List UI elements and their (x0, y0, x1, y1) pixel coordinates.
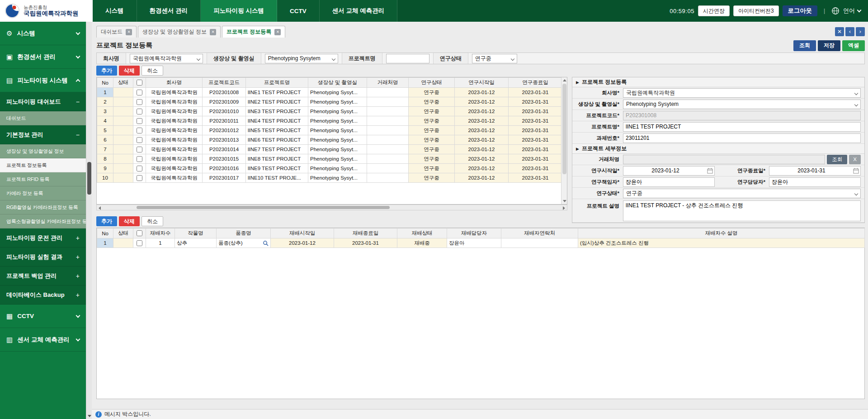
filter-room-select[interactable]: Phenotyping Sysytem (265, 54, 338, 63)
cell-company[interactable]: 국립원예특작과학원 (146, 145, 203, 154)
cell-state[interactable] (113, 88, 133, 97)
cell-start[interactable]: 2023-01-12 (455, 145, 509, 154)
cell-checkbox[interactable] (133, 154, 146, 164)
scroll-down-arrow[interactable] (563, 200, 566, 202)
project-grid-hscrollbar[interactable] (96, 205, 567, 210)
crop-row[interactable]: 1 1 상추 품종(상추) (97, 238, 865, 248)
row-checkbox[interactable] (137, 90, 142, 95)
nav-sensor-replace[interactable]: 센서 교체 예측관리 (320, 0, 398, 22)
language-selector[interactable]: 언어 (843, 7, 861, 15)
cell-checkbox[interactable] (133, 145, 146, 154)
scroll-up-arrow[interactable] (563, 79, 566, 81)
cell-end[interactable]: 2023-01-31 (509, 97, 562, 107)
row-checkbox[interactable] (137, 240, 142, 246)
cell-no[interactable]: 7 (97, 145, 113, 154)
cell-end[interactable]: 2023-01-31 (509, 135, 562, 145)
cell-client[interactable] (367, 164, 409, 173)
cell-room[interactable]: Phenotyping Sysyt... (308, 164, 367, 173)
scroll-down-arrow[interactable] (88, 415, 91, 417)
client-search-button[interactable]: 조회 (827, 155, 847, 164)
extend-time-button[interactable]: 시간연장 (698, 5, 730, 16)
cell-room[interactable]: Phenotyping Sysyt... (308, 154, 367, 164)
cell-no[interactable]: 6 (97, 135, 113, 145)
project-row[interactable]: 7 국립원예특작과학원 P202301014 lINE7 TEST PROJEC… (97, 145, 562, 154)
cell-room[interactable]: Phenotyping Sysyt... (308, 116, 367, 126)
cell-checkbox[interactable] (133, 107, 146, 116)
cell-end[interactable]: 2023-01-31 (509, 173, 562, 183)
project-row[interactable]: 1 국립원예특작과학원 P202301008 lINE1 TEST PROJEC… (97, 88, 562, 97)
cancel-button[interactable]: 취소 (142, 66, 163, 76)
sidebar-item-rfid[interactable]: 프로젝트 RFID 등록 (0, 172, 86, 186)
cell-crop[interactable]: 상추 (175, 238, 217, 248)
cell-no[interactable]: 2 (97, 97, 113, 107)
cell-checkbox[interactable] (133, 238, 146, 248)
cell-client[interactable] (367, 135, 409, 145)
cell-no[interactable]: 5 (97, 126, 113, 135)
cell-start[interactable]: 2023-01-12 (455, 164, 509, 173)
cell-status[interactable]: 연구중 (409, 154, 455, 164)
add-button[interactable]: 추가 (96, 216, 117, 226)
cell-code[interactable]: P202301016 (203, 164, 246, 173)
cell-code[interactable]: P202301009 (203, 97, 246, 107)
cell-state[interactable] (113, 238, 133, 248)
cell-room[interactable]: Phenotyping Sysyt... (308, 107, 367, 116)
nav-cctv[interactable]: CCTV (277, 0, 320, 22)
cell-code[interactable]: P202301010 (203, 107, 246, 116)
cell-start[interactable]: 2023-01-12 (455, 126, 509, 135)
scrollbar-thumb[interactable] (562, 84, 566, 174)
cell-checkbox[interactable] (133, 116, 146, 126)
cell-end[interactable]: 2023-01-31 (509, 116, 562, 126)
cell-end[interactable]: 2023-01-31 (509, 107, 562, 116)
sidebar-item-dashboard[interactable]: 대쉬보드 (0, 111, 86, 125)
close-icon[interactable]: ✕ (126, 29, 132, 35)
next-tab-button[interactable]: › (856, 27, 865, 36)
cell-state[interactable] (113, 145, 133, 154)
cell-company[interactable]: 국립원예특작과학원 (146, 116, 203, 126)
select-all-checkbox[interactable] (137, 230, 142, 236)
cell-end[interactable]: 2023-01-31 (509, 154, 562, 164)
cell-end[interactable]: 2023-01-31 (334, 238, 397, 248)
prev-tab-button[interactable]: ‹ (845, 27, 854, 36)
cell-start[interactable]: 2023-01-12 (455, 173, 509, 183)
cell-code[interactable]: P202301015 (203, 154, 246, 164)
cell-status[interactable]: 연구중 (409, 126, 455, 135)
cell-state[interactable] (113, 154, 133, 164)
cell-code[interactable]: P202301017 (203, 173, 246, 183)
row-checkbox[interactable] (137, 128, 142, 133)
sidebar-item-system[interactable]: ⚙ 시스템 (0, 22, 86, 45)
project-row[interactable]: 8 국립원예특작과학원 P202301015 lINE8 TEST PROJEC… (97, 154, 562, 164)
cell-name[interactable]: lINE2 TEST PROJECT (246, 97, 308, 107)
sidebar-item-growth-room[interactable]: 생장상 및 영상촬영실 정보 (0, 144, 86, 158)
delete-button[interactable]: 삭제 (119, 216, 140, 226)
cell-name[interactable]: lINE1 TEST PROJECT (246, 88, 308, 97)
cell-end[interactable]: 2023-01-31 (509, 164, 562, 173)
nav-env-sensor[interactable]: 환경센서 관리 (137, 0, 201, 22)
cell-checkbox[interactable] (133, 97, 146, 107)
cell-company[interactable]: 국립원예특작과학원 (146, 126, 203, 135)
row-checkbox[interactable] (137, 109, 142, 114)
cell-no[interactable]: 1 (97, 238, 113, 248)
sidebar-item-phenotyping[interactable]: ▤ 피노타이핑 시스템 (0, 69, 86, 92)
cell-status[interactable]: 재배중 (397, 238, 447, 248)
cell-name[interactable]: lINE6 TEST PROJECT (246, 135, 308, 145)
project-row[interactable]: 10 국립원예특작과학원 P202301017 lINE10 TEST PROJ… (97, 173, 562, 183)
cell-code[interactable]: P202301011 (203, 116, 246, 126)
company-select[interactable]: 국립원예특작과학원 (623, 88, 861, 98)
cell-checkbox[interactable] (133, 126, 146, 135)
cell-name[interactable]: lINE4 TEST PROJECT (246, 116, 308, 126)
tab-growth-room[interactable]: 생장상 및 영상촬영실 정보 ✕ (138, 26, 221, 38)
cell-status[interactable]: 연구중 (409, 164, 455, 173)
cell-company[interactable]: 국립원예특작과학원 (146, 135, 203, 145)
cell-company[interactable]: 국립원예특작과학원 (146, 88, 203, 97)
cell-status[interactable]: 연구중 (409, 97, 455, 107)
close-icon[interactable]: ✕ (274, 29, 281, 35)
cell-state[interactable] (113, 97, 133, 107)
cell-checkbox[interactable] (133, 88, 146, 97)
cell-client[interactable] (367, 107, 409, 116)
sidebar-group-experiment-result[interactable]: 피노타이핑 실험 결과 + (0, 248, 86, 267)
cell-status[interactable]: 연구중 (409, 173, 455, 183)
cell-state[interactable] (113, 116, 133, 126)
cell-desc[interactable]: (임시)상추 건조스트레스 진행 (578, 238, 865, 248)
research-status-select[interactable]: 연구중 (623, 189, 861, 198)
cell-company[interactable]: 국립원예특작과학원 (146, 173, 203, 183)
